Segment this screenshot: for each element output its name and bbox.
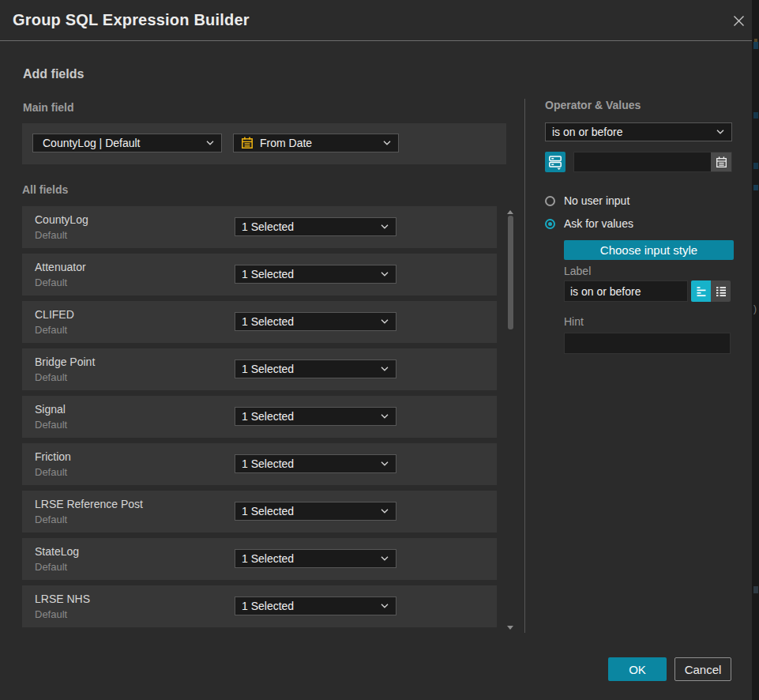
scrollbar-down-arrow-icon[interactable] [507,626,513,630]
field-type-label: Default [35,608,67,620]
background-fragment [753,185,758,190]
field-name: LRSE NHS [35,593,90,605]
screen: Group SQL Expression Builder Add fields … [0,0,759,700]
field-name: StateLog [35,545,79,558]
field-name: Bridge Point [35,356,95,368]
background-fragment [753,42,758,49]
group-sql-expression-builder-dialog: Group SQL Expression Builder Add fields … [0,0,752,700]
field-values-selection: 1 Selected [242,315,381,328]
stacked-values-icon [547,154,563,170]
scrollbar-up-arrow-icon[interactable] [507,210,513,214]
field-row: LRSE Reference Post Default 1 Selected [22,491,497,533]
hint-input[interactable] [564,333,731,354]
no-user-input-label: No user input [564,194,629,207]
field-name: Signal [35,403,66,416]
date-picker-button[interactable] [711,152,731,171]
background-fragment [753,163,758,169]
field-row: CountyLog Default 1 Selected [22,206,497,248]
field-name: CountyLog [35,213,88,226]
dialog-title: Group SQL Expression Builder [13,11,250,29]
scrollbar-thumb[interactable] [508,216,513,329]
all-fields-heading: All fields [22,183,68,196]
main-field-date-select[interactable]: From Date [233,134,399,152]
hint-caption: Hint [564,315,584,328]
field-values-selection: 1 Selected [242,552,381,565]
chevron-down-icon [381,367,389,371]
chevron-down-icon [381,272,389,277]
field-type-label: Default [35,371,67,383]
field-values-selection: 1 Selected [242,410,381,423]
field-row: Signal Default 1 Selected [22,396,497,438]
field-type-label: Default [35,419,67,431]
field-row: CLIFED Default 1 Selected [22,301,497,343]
field-values-selection: 1 Selected [242,220,381,233]
add-fields-heading: Add fields [23,67,84,81]
dialog-titlebar: Group SQL Expression Builder [0,0,752,41]
ok-button[interactable]: OK [608,657,667,681]
chevron-down-icon [381,556,389,561]
field-row: Friction Default 1 Selected [22,443,497,485]
align-left-icon [694,284,708,299]
page-behind-modal: ) [752,0,759,700]
radio-unselected-icon [545,196,555,206]
field-row: Bridge Point Default 1 Selected [22,348,497,390]
label-input[interactable] [564,280,688,302]
field-values-select[interactable]: 1 Selected [235,502,396,521]
value-input[interactable] [574,152,711,171]
chevron-down-icon [381,604,389,608]
chevron-down-icon [716,130,724,134]
background-fragment: ) [753,303,757,313]
field-values-select[interactable]: 1 Selected [235,597,396,615]
text-style-toggle[interactable] [691,280,711,302]
chevron-down-icon [383,141,391,145]
main-field-date-value: From Date [260,137,383,149]
field-row: Attenuator Default 1 Selected [22,254,497,295]
operator-values-heading: Operator & Values [545,99,641,111]
no-user-input-radio[interactable]: No user input [545,195,629,206]
field-row: LRSE NHS Default 1 Selected [22,585,497,627]
list-style-toggle[interactable] [711,280,731,302]
chevron-down-icon [381,414,389,419]
field-values-select[interactable]: 1 Selected [235,217,396,236]
field-type-label: Default [35,324,67,336]
chevron-down-icon [381,224,389,229]
background-fragment [753,586,758,593]
date-calendar-icon [241,137,254,149]
field-values-select[interactable]: 1 Selected [235,454,396,473]
close-button[interactable] [731,13,746,28]
field-values-select[interactable]: 1 Selected [235,407,396,426]
cancel-button[interactable]: Cancel [674,657,731,681]
field-type-label: Default [35,466,67,478]
field-type-label: Default [35,514,67,525]
field-values-select[interactable]: 1 Selected [235,312,396,331]
field-values-selection: 1 Selected [242,268,381,280]
field-values-select[interactable]: 1 Selected [235,359,396,378]
field-values-selection: 1 Selected [242,363,381,375]
field-type-label: Default [35,561,67,573]
operator-select[interactable]: is on or before [545,122,732,141]
main-field-layer-value: CountyLog | Default [43,137,206,149]
field-name: Friction [35,450,71,463]
label-caption: Label [564,265,591,277]
chevron-down-icon [381,319,389,324]
value-field-wrap [573,152,732,172]
radio-selected-icon [545,219,555,229]
chevron-down-icon [206,141,214,145]
field-values-selection: 1 Selected [242,600,381,612]
choose-input-style-button[interactable]: Choose input style [564,240,734,260]
close-icon [733,15,745,27]
main-field-panel: CountyLog | Default From Date [22,123,506,164]
ask-for-values-radio[interactable]: Ask for values [545,218,633,229]
all-fields-list: CountyLog Default 1 Selected Attenuator … [22,206,497,633]
field-values-select[interactable]: 1 Selected [235,549,396,568]
field-values-select[interactable]: 1 Selected [235,265,396,284]
chevron-down-icon [381,461,389,466]
field-values-selection: 1 Selected [242,457,381,470]
column-divider [524,99,525,633]
main-field-heading: Main field [23,101,74,114]
field-name: LRSE Reference Post [35,498,143,510]
main-field-layer-select[interactable]: CountyLog | Default [32,134,222,152]
value-type-button[interactable] [545,152,565,172]
ask-for-values-label: Ask for values [564,217,633,230]
field-type-label: Default [35,229,67,241]
